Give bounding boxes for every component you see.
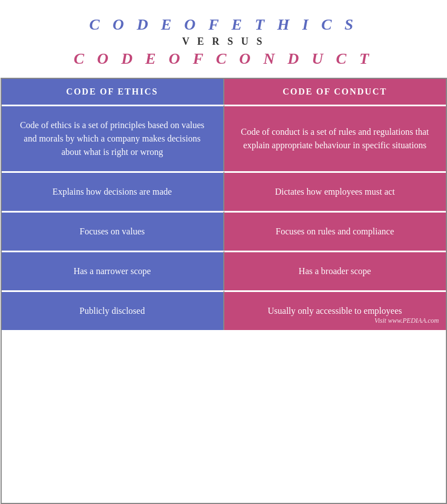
title-ethics: C O D E O F E T H I C S — [11, 16, 436, 34]
cell-ethics-1: Code of ethics is a set of principles ba… — [2, 106, 224, 171]
cell-ethics-4: Has a narrower scope — [2, 252, 224, 290]
cell-ethics-2: Explains how decisions are made — [2, 173, 224, 211]
row-1: Code of ethics is a set of principles ba… — [2, 106, 446, 171]
row-2: Explains how decisions are made Dictates… — [2, 173, 446, 211]
cell-conduct-4: Has a broader scope — [224, 252, 446, 290]
cell-conduct-3: Focuses on rules and compliance — [224, 213, 446, 251]
row-4: Has a narrower scope Has a broader scope — [2, 252, 446, 290]
row-3: Focuses on values Focuses on rules and c… — [2, 213, 446, 251]
column-headers: CODE OF ETHICS CODE OF CONDUCT — [2, 79, 446, 105]
col-header-ethics: CODE OF ETHICS — [2, 79, 224, 105]
cell-ethics-3: Focuses on values — [2, 213, 224, 251]
cell-conduct-1: Code of conduct is a set of rules and re… — [224, 106, 446, 171]
col-header-conduct: CODE OF CONDUCT — [224, 79, 446, 105]
cell-ethics-5: Publicly disclosed — [2, 292, 224, 330]
comparison-table: CODE OF ETHICS CODE OF CONDUCT Code of e… — [1, 78, 447, 504]
versus-text: V E R S U S — [11, 36, 436, 48]
pediaa-credit: Visit www.PEDIAA.com — [374, 315, 439, 326]
title-conduct: C O D E O F C O N D U C T — [11, 50, 436, 68]
row-5: Publicly disclosed Usually only accessib… — [2, 292, 446, 330]
cell-conduct-2: Dictates how employees must act — [224, 173, 446, 211]
cell-conduct-5: Usually only accessible to employees Vis… — [224, 292, 446, 330]
page-header: C O D E O F E T H I C S V E R S U S C O … — [0, 0, 447, 78]
